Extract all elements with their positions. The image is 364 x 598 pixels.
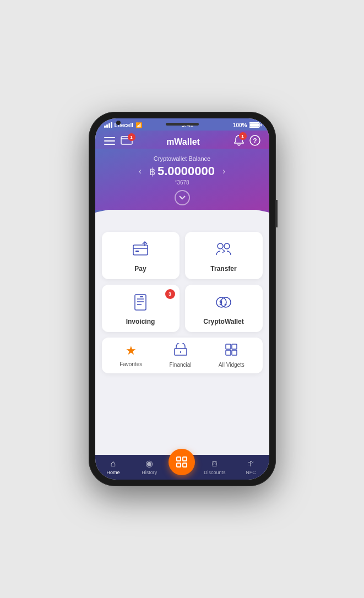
history-icon: ◉	[145, 458, 153, 469]
nfc-label: NFC	[246, 470, 256, 475]
financial-widget[interactable]: Financial	[170, 343, 192, 368]
widgets-row: ★ Favorites Financial	[102, 338, 263, 373]
main-content: Pay Transfer	[95, 226, 269, 455]
header-right: 1 ?	[234, 135, 260, 149]
status-left: Lifecell 📶	[104, 122, 142, 128]
invoicing-card[interactable]: 3 Invoicing	[102, 285, 180, 332]
svg-rect-2	[104, 144, 115, 145]
header-left: 1	[104, 136, 133, 148]
expand-button[interactable]	[175, 190, 190, 205]
invoicing-icon	[132, 293, 149, 313]
nav-scan[interactable]	[167, 459, 197, 475]
phone-speaker	[166, 123, 199, 126]
pay-icon	[132, 241, 149, 260]
balance-row: ‹ ฿5.0000000 ›	[104, 164, 260, 178]
bottom-nav: ⌂ Home ◉ History ⦻ Discoun	[95, 455, 269, 480]
all-vidgets-label: All Vidgets	[219, 362, 245, 368]
nav-discounts[interactable]: ⦻ Discounts	[197, 459, 233, 475]
phone-screen: Lifecell 📶 9:41 100%	[95, 118, 269, 480]
account-number: *3678	[104, 180, 260, 186]
scan-button[interactable]	[169, 449, 195, 475]
pay-label: Pay	[134, 265, 146, 273]
menu-button[interactable]	[104, 136, 115, 148]
history-label: History	[142, 470, 157, 475]
cryptowallet-card[interactable]: ₿ Ξ CryptoWallet	[185, 285, 263, 332]
svg-rect-23	[226, 350, 231, 355]
balance-prev[interactable]: ‹	[137, 166, 144, 176]
app-title: mWallet	[166, 137, 200, 147]
card-badge: 1	[128, 133, 135, 141]
svg-rect-22	[232, 344, 237, 349]
pay-card[interactable]: Pay	[102, 232, 180, 279]
wifi-icon: 📶	[135, 122, 142, 128]
financial-label: Financial	[170, 362, 192, 368]
service-grid-row2: 3 Invoicing ₿ Ξ CryptoWallet	[102, 285, 263, 332]
discounts-icon: ⦻	[210, 459, 219, 469]
wave-divider	[95, 210, 269, 226]
svg-rect-0	[104, 137, 115, 138]
signal-icon	[104, 122, 112, 128]
discounts-label: Discounts	[204, 470, 226, 475]
svg-rect-24	[232, 350, 237, 355]
transfer-icon	[215, 241, 232, 260]
balance-next[interactable]: ›	[220, 166, 227, 176]
svg-point-9	[218, 243, 223, 249]
notification-badge: 1	[239, 132, 247, 140]
notification-button[interactable]: 1	[234, 135, 244, 149]
transfer-card[interactable]: Transfer	[185, 232, 263, 279]
service-grid-row1: Pay Transfer	[102, 232, 263, 279]
svg-text:Ξ: Ξ	[224, 301, 227, 306]
svg-rect-1	[104, 140, 115, 142]
home-icon: ⌂	[111, 459, 116, 469]
status-right: 100%	[233, 122, 260, 128]
cryptowallet-icon: ₿ Ξ	[215, 293, 232, 313]
svg-rect-25	[177, 457, 181, 461]
favorites-widget[interactable]: ★ Favorites	[119, 344, 142, 367]
app-header: 1 mWallet 1 ?	[95, 131, 269, 149]
balance-label: Cryptowallet Balance	[104, 155, 260, 162]
svg-rect-26	[183, 457, 187, 461]
side-button	[275, 200, 278, 227]
favorites-label: Favorites	[119, 361, 142, 367]
all-vidgets-icon	[225, 343, 238, 358]
balance-value: 5.0000000	[157, 164, 215, 178]
help-button[interactable]: ?	[249, 135, 260, 149]
phone-device: Lifecell 📶 9:41 100%	[89, 112, 276, 486]
nav-history[interactable]: ◉ History	[131, 458, 167, 475]
battery-label: 100%	[233, 122, 247, 128]
all-vidgets-widget[interactable]: All Vidgets	[219, 343, 245, 368]
balance-section: Cryptowallet Balance ‹ ฿5.0000000 › *367…	[95, 149, 269, 210]
cards-button[interactable]: 1	[121, 136, 133, 148]
financial-icon	[174, 343, 187, 358]
phone-camera	[116, 121, 121, 125]
svg-rect-28	[183, 463, 187, 467]
svg-rect-27	[177, 463, 181, 467]
nav-nfc[interactable]: ꈆ NFC	[233, 459, 269, 475]
invoicing-badge: 3	[165, 289, 175, 299]
currency-symbol: ฿	[149, 166, 155, 177]
cryptowallet-label: CryptoWallet	[203, 318, 244, 325]
svg-text:₿: ₿	[219, 300, 222, 306]
svg-text:?: ?	[253, 137, 257, 145]
transfer-label: Transfer	[210, 265, 236, 273]
battery-icon	[249, 122, 260, 128]
nfc-icon: ꈆ	[247, 459, 256, 469]
svg-rect-8	[135, 251, 139, 252]
home-label: Home	[106, 470, 119, 475]
nav-home[interactable]: ⌂ Home	[95, 459, 132, 475]
balance-amount-display: ฿5.0000000	[149, 164, 215, 178]
favorites-icon: ★	[126, 344, 137, 358]
svg-rect-7	[133, 245, 148, 255]
svg-point-10	[224, 243, 230, 249]
invoicing-label: Invoicing	[126, 318, 155, 325]
svg-rect-21	[226, 344, 231, 349]
